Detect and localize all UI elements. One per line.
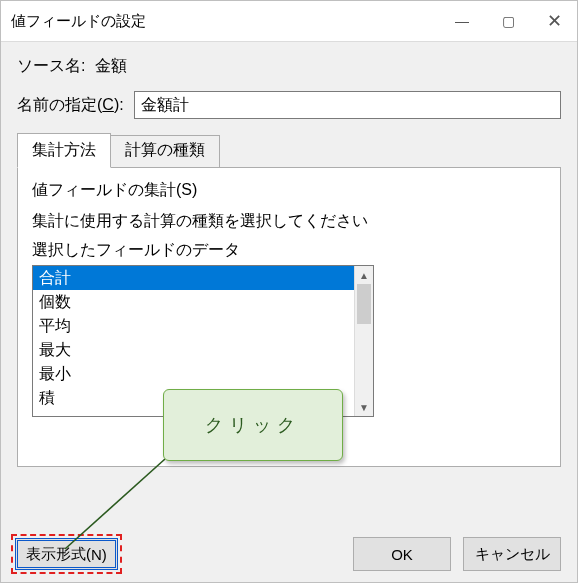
list-item[interactable]: 最大 [33,338,354,362]
callout-connector-line [61,457,171,551]
custom-name-label: 名前の指定(C): [17,95,124,116]
tab-summarize[interactable]: 集計方法 [17,133,111,168]
close-button[interactable]: ✕ [531,1,577,41]
scroll-track[interactable] [355,284,373,398]
source-label: ソース名: [17,56,85,77]
listbox-scrollbar[interactable]: ▲ ▼ [354,266,373,416]
list-item[interactable]: 合計 [33,266,354,290]
field-data-label: 選択したフィールドのデータ [32,240,546,261]
list-item[interactable]: 最小 [33,362,354,386]
titlebar: 値フィールドの設定 — ▢ ✕ [1,1,577,42]
value-field-settings-dialog: 値フィールドの設定 — ▢ ✕ ソース名: 金額 名前の指定(C): 集計方法 … [0,0,578,583]
summarize-label: 値フィールドの集計(S) [32,180,546,201]
tab-show-values-as[interactable]: 計算の種類 [110,135,220,168]
source-row: ソース名: 金額 [17,56,561,77]
svg-line-0 [65,459,165,549]
tab-heads: 集計方法 計算の種類 [17,133,561,168]
list-item[interactable]: 個数 [33,290,354,314]
callout-annotation: クリック [163,389,343,461]
window-buttons: — ▢ ✕ [439,1,577,41]
dialog-buttons: OK キャンセル [353,537,561,571]
scroll-down-icon[interactable]: ▼ [355,398,373,416]
instruction-text: 集計に使用する計算の種類を選択してください [32,211,546,232]
ok-button[interactable]: OK [353,537,451,571]
cancel-button[interactable]: キャンセル [463,537,561,571]
maximize-button[interactable]: ▢ [485,1,531,41]
list-item[interactable]: 平均 [33,314,354,338]
custom-name-input[interactable] [134,91,561,119]
scroll-up-icon[interactable]: ▲ [355,266,373,284]
custom-name-row: 名前の指定(C): [17,91,561,119]
scroll-thumb[interactable] [357,284,371,324]
window-title: 値フィールドの設定 [1,12,146,31]
source-value: 金額 [95,56,127,77]
minimize-button[interactable]: — [439,1,485,41]
